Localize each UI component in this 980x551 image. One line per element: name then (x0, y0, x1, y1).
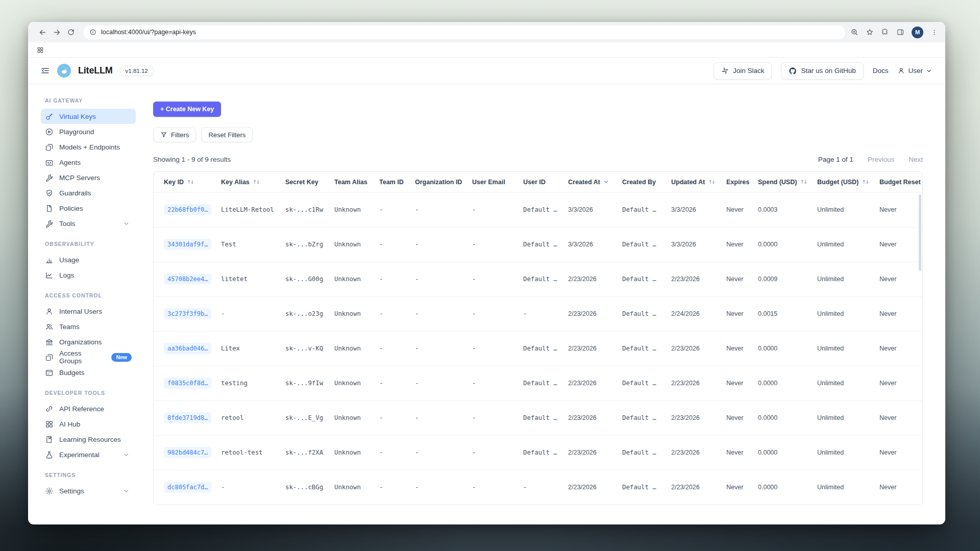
sidebar-item-usage[interactable]: Usage (41, 252, 136, 267)
extensions-icon[interactable] (881, 28, 889, 36)
column-header-updated-at[interactable]: Updated At↑↓ (664, 172, 719, 192)
next-page-button[interactable]: Next (909, 156, 923, 163)
sidebar-item-guardrails[interactable]: Guardrails (41, 185, 136, 201)
key-id-link[interactable]: 34301daf9f… (164, 239, 211, 250)
sidebar-item-mcp-servers[interactable]: MCP Servers (41, 170, 136, 185)
sidebar-item-playground[interactable]: Playground (41, 124, 136, 139)
table-row[interactable]: 22b68fb0f0…LiteLLM-Retoolsk-...c1RwUnkno… (154, 192, 922, 227)
sidebar-item-models-endpoints[interactable]: Models + Endpoints (41, 139, 136, 155)
sidebar-item-api-reference[interactable]: API Reference (41, 401, 136, 416)
sidebar-item-tools[interactable]: Tools (41, 216, 136, 231)
key-id-link[interactable]: aa36bad046… (164, 343, 211, 354)
sidebar-item-label: API Reference (59, 405, 104, 413)
table-row[interactable]: 982bd484c7…retool-testsk-...f2XAUnknown-… (154, 435, 922, 470)
table-row[interactable]: 45708b2ee4…litetetsk-...G00gUnknown---De… (154, 262, 922, 296)
sort-icon: ↑↓ (862, 179, 868, 185)
column-header-key-alias[interactable]: Key Alias↑↓ (214, 172, 278, 192)
key-id-link[interactable]: 982bd484c7… (164, 447, 211, 458)
cell-team-id: - (372, 400, 408, 435)
apps-grid-icon[interactable] (37, 46, 44, 54)
user-menu[interactable]: User (897, 67, 932, 74)
table-row[interactable]: 8fde3719d8…retoolsk-...E_VgUnknown---Def… (154, 400, 922, 435)
cell-budget: Unlimited (810, 470, 872, 505)
cell-spend: 0.0000 (751, 331, 810, 366)
key-id-link[interactable]: 22b68fb0f0… (164, 204, 211, 215)
sidebar-item-ai-hub[interactable]: AI Hub (41, 416, 136, 432)
bookmark-star-icon[interactable] (866, 28, 874, 36)
site-info-icon[interactable] (89, 29, 96, 36)
zoom-icon[interactable] (850, 28, 859, 36)
join-slack-button[interactable]: Join Slack (714, 62, 772, 80)
sidebar-item-agents[interactable]: Agents (41, 155, 136, 170)
browser-menu-icon[interactable] (930, 29, 938, 36)
agent-icon (45, 158, 54, 167)
cell-org-id: - (408, 470, 465, 505)
url-bar[interactable]: localhost:4000/ui/?page=api-keys (83, 26, 845, 39)
cell-secret-key: sk-...G00g (278, 262, 327, 296)
key-id-link[interactable]: 8fde3719d8… (164, 412, 211, 423)
sidebar-item-teams[interactable]: Teams (41, 319, 136, 334)
table-row[interactable]: aa36bad046…Litexsk-...v-KQUnknown---Defa… (154, 331, 922, 366)
sidebar: AI GATEWAYVirtual KeysPlaygroundModels +… (28, 84, 153, 524)
line-chart-icon (45, 271, 54, 280)
back-button[interactable] (35, 25, 50, 39)
sidebar-item-experimental[interactable]: Experimental (41, 447, 136, 462)
cell-secret-key: sk-...9fIw (278, 366, 327, 400)
docs-link[interactable]: Docs (873, 67, 889, 74)
key-id-link[interactable]: 3c273f3f9b… (164, 308, 211, 319)
user-icon (45, 307, 54, 316)
sidebar-item-internal-users[interactable]: Internal Users (41, 304, 136, 319)
reload-button[interactable] (64, 25, 78, 39)
side-panel-icon[interactable] (896, 28, 904, 36)
sidebar-item-logs[interactable]: Logs (41, 267, 136, 283)
sidebar-item-virtual-keys[interactable]: Virtual Keys (41, 109, 136, 124)
filter-funnel-icon (160, 131, 167, 138)
profile-avatar[interactable]: M (912, 27, 923, 38)
sidebar-item-organizations[interactable]: Organizations (41, 334, 136, 349)
cell-expires: Never (719, 366, 751, 400)
cell-key-alias: - (214, 296, 278, 331)
column-header-budget-reset: Budget Reset (872, 172, 922, 192)
previous-page-button[interactable]: Previous (868, 156, 895, 163)
cell-team-id: - (372, 296, 408, 331)
table-row[interactable]: 34301daf9f…Testsk-...bZrgUnknown---Defau… (154, 227, 922, 262)
table-row[interactable]: f0835c0f8d…testingsk-...9fIwUnknown---De… (154, 366, 922, 400)
user-menu-label: User (908, 67, 923, 74)
cell-org-id: - (408, 192, 465, 227)
key-id-link[interactable]: 45708b2ee4… (164, 273, 211, 285)
sidebar-item-learning-resources[interactable]: Learning Resources (41, 432, 136, 447)
sidebar-item-access-groups[interactable]: Access GroupsNew (41, 349, 136, 365)
cell-key-id: 982bd484c7… (154, 435, 214, 470)
table-row[interactable]: dc805fac7d…-sk-...cBGgUnknown----2/23/20… (154, 470, 922, 505)
table-row[interactable]: 3c273f3f9b…-sk-...o23gUnknown----2/23/20… (154, 296, 922, 331)
key-id-link[interactable]: f0835c0f8d… (164, 378, 211, 389)
sidebar-item-budgets[interactable]: Budgets (41, 365, 136, 380)
sidebar-item-policies[interactable]: Policies (41, 201, 136, 216)
cell-updated-at: 2/23/2026 (664, 470, 719, 505)
cell-org-id: - (408, 296, 465, 331)
reset-filters-button[interactable]: Reset Filters (201, 127, 253, 142)
key-id-link[interactable]: dc805fac7d… (164, 482, 211, 493)
cell-budget: Unlimited (810, 296, 872, 331)
sort-icon: ↑↓ (253, 179, 259, 185)
column-header-budget-usd[interactable]: Budget (USD)↑↓ (810, 172, 872, 192)
gear-icon (45, 487, 54, 495)
cell-team-id: - (372, 227, 408, 262)
table-scrollbar[interactable] (919, 194, 921, 271)
sidebar-item-label: Playground (59, 128, 94, 136)
version-badge: v1.81.12 (120, 66, 154, 76)
column-header-spend-usd[interactable]: Spend (USD)↑↓ (751, 172, 810, 192)
cell-user-id: - (516, 296, 561, 331)
cell-created-at: 2/23/2026 (561, 470, 615, 505)
create-new-key-button[interactable]: + Create New Key (153, 102, 221, 117)
column-header-created-at[interactable]: Created At (561, 172, 615, 192)
sidebar-collapse-icon[interactable] (40, 66, 50, 76)
cell-created-by: Default … (615, 262, 664, 296)
cell-user-id: Default … (516, 435, 561, 470)
column-header-key-id[interactable]: Key ID↑↓ (154, 172, 214, 192)
sidebar-item-settings[interactable]: Settings (41, 483, 136, 498)
forward-button[interactable] (50, 25, 64, 39)
filters-button[interactable]: Filters (153, 127, 196, 142)
join-slack-label: Join Slack (733, 67, 765, 74)
star-github-button[interactable]: Star us on GitHub (781, 62, 863, 80)
